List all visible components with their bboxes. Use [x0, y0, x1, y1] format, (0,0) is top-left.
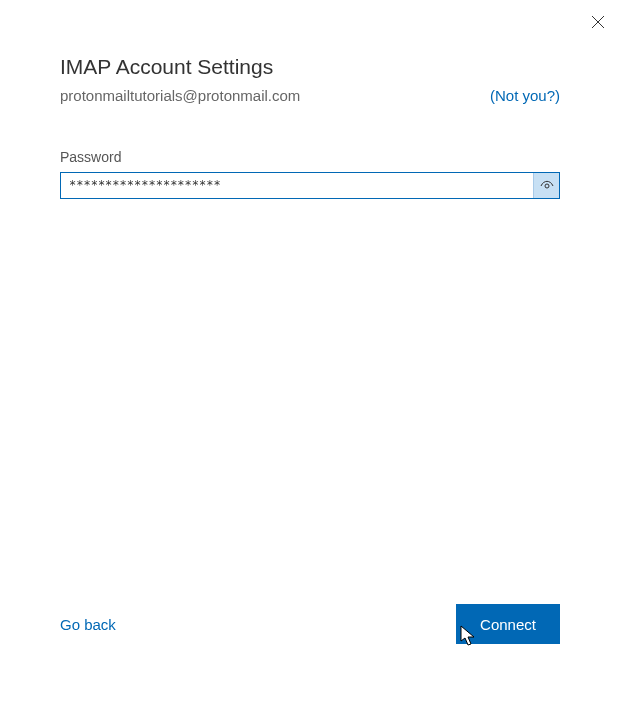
close-icon: [591, 15, 605, 29]
password-label: Password: [60, 149, 560, 165]
svg-point-2: [545, 184, 549, 188]
connect-button[interactable]: Connect: [456, 604, 560, 644]
go-back-link[interactable]: Go back: [60, 616, 116, 633]
eye-icon: [539, 178, 555, 194]
not-you-link[interactable]: (Not you?): [490, 87, 560, 104]
show-password-button[interactable]: [533, 173, 559, 198]
close-button[interactable]: [590, 14, 606, 30]
password-input[interactable]: [61, 173, 533, 198]
password-field-wrapper: [60, 172, 560, 199]
page-title: IMAP Account Settings: [60, 55, 560, 79]
account-email: protonmailtutorials@protonmail.com: [60, 87, 300, 104]
